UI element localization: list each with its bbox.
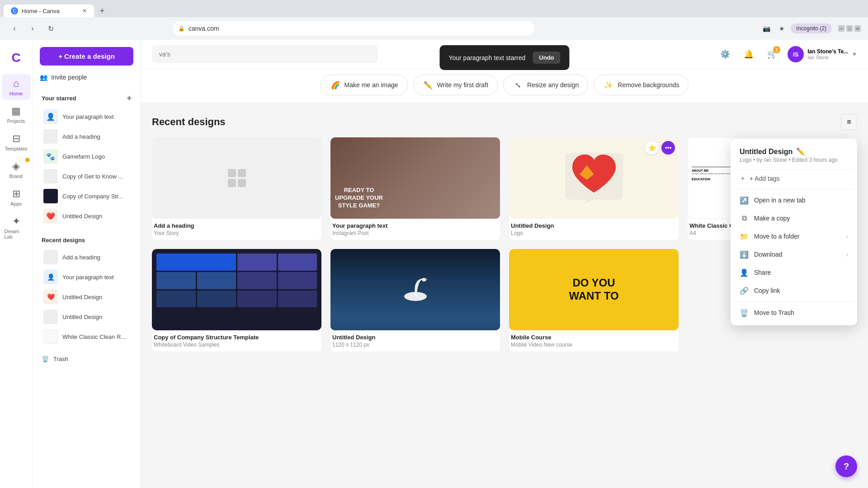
search-input[interactable] bbox=[152, 45, 378, 63]
paragraph-thumb: 👤 bbox=[43, 109, 58, 124]
context-menu-header: Untitled Design ✏️ Logo • by Ian Stone •… bbox=[734, 143, 854, 167]
context-title-text: Untitled Design bbox=[740, 148, 793, 156]
add-tags-label: + Add tags bbox=[750, 175, 780, 182]
starred-item-gamefarm[interactable]: 🐾 Gamefarm Logo bbox=[42, 146, 132, 166]
starred-add-button[interactable]: + bbox=[127, 94, 132, 103]
back-button[interactable]: ‹ bbox=[7, 21, 22, 36]
fashion-overlay-text: READY TOUPGRADE YOURSTYLE GAME? bbox=[335, 187, 383, 210]
starred-item-untitled[interactable]: ❤️ Untitled Design bbox=[42, 206, 132, 226]
sidebar-recent-untitled2[interactable]: Untitled Design bbox=[42, 307, 132, 327]
context-item-copy-link[interactable]: 🔗 Copy link bbox=[734, 282, 854, 300]
design-card-add-heading[interactable]: Add a heading Your Story bbox=[152, 137, 321, 240]
design-card-paragraph[interactable]: READY TOUPGRADE YOURSTYLE GAME? Your par… bbox=[330, 137, 500, 240]
folder-arrow-icon: › bbox=[846, 233, 848, 240]
context-item-open-tab[interactable]: ↗️ Open in a new tab bbox=[734, 191, 854, 209]
sidebar-recent-heading[interactable]: Add a heading bbox=[42, 247, 132, 267]
sidebar-item-projects[interactable]: ▦ Projects bbox=[2, 102, 31, 127]
user-name-block: Ian Stone's Te... Ian Stone bbox=[807, 48, 848, 60]
create-design-button[interactable]: + Create a design bbox=[40, 47, 133, 66]
toast-undo-button[interactable]: Undo bbox=[533, 52, 560, 64]
company-thumb bbox=[43, 189, 58, 203]
sidebar: C ⌂ Home ▦ Projects ⊟ Templates ◈ Bra bbox=[0, 40, 141, 488]
sidebar-item-apps-label: Apps bbox=[10, 201, 22, 206]
design-card-swan[interactable]: Untitled Design 1120 x 1120 px bbox=[330, 249, 500, 352]
settings-button[interactable]: ⚙️ bbox=[717, 46, 733, 62]
context-divider-1 bbox=[734, 189, 854, 189]
starred-item-heading[interactable]: Add a heading bbox=[42, 127, 132, 146]
sidebar-item-dreamlab-label: Dream Lab bbox=[5, 229, 28, 239]
context-item-share[interactable]: 👤 Share bbox=[734, 263, 854, 282]
design-card-company[interactable]: Copy of Company Structure Template White… bbox=[152, 249, 321, 352]
user-profile[interactable]: IS Ian Stone's Te... Ian Stone ▼ bbox=[788, 46, 857, 62]
help-button[interactable]: ? bbox=[835, 455, 857, 477]
link-icon: 🔗 bbox=[740, 286, 749, 295]
incognito-profile[interactable]: Incognito (2) bbox=[791, 23, 832, 33]
notifications-button[interactable]: 🔔 bbox=[741, 46, 757, 62]
make-image-button[interactable]: 🌈 Make me an image bbox=[321, 75, 408, 95]
star-button[interactable]: ⭐ bbox=[645, 141, 659, 155]
svg-point-8 bbox=[422, 278, 426, 282]
context-add-tags-button[interactable]: ＋ + Add tags bbox=[734, 169, 854, 187]
design-type-mobile-course: Mobile Video New course bbox=[511, 342, 677, 348]
more-options-button[interactable]: ••• bbox=[661, 141, 675, 155]
svg-rect-3 bbox=[238, 179, 246, 187]
recent-heading-thumb bbox=[43, 250, 58, 264]
context-item-move-folder[interactable]: 📁 Move to a folder › bbox=[734, 227, 854, 245]
sidebar-recent-resume[interactable]: White Classic Clean R... bbox=[42, 327, 132, 347]
sidebar-item-dreamlab[interactable]: ✦ Dream Lab bbox=[2, 212, 31, 243]
design-card-mobile-course[interactable]: DO YOUWANT TO Mobile Course Mobile Video… bbox=[509, 249, 679, 352]
cart-button[interactable]: 🛒 1 bbox=[764, 46, 780, 62]
context-item-download[interactable]: ⬇️ Download › bbox=[734, 245, 854, 263]
close-window-button[interactable]: ✕ bbox=[854, 25, 861, 32]
sidebar-recent-paragraph[interactable]: 👤 Your paragraph text bbox=[42, 267, 132, 287]
address-bar[interactable]: 🔒 canva.com bbox=[173, 21, 534, 36]
view-toggle-button[interactable]: ≡ bbox=[841, 114, 857, 130]
context-item-trash[interactable]: 🗑️ Move to Trash bbox=[734, 304, 854, 322]
sidebar-item-templates[interactable]: ⊟ Templates bbox=[2, 129, 31, 155]
design-card-untitled-heart[interactable]: ⭐ ••• Untitled Design Logo bbox=[509, 137, 679, 240]
sidebar-recent-untitled1[interactable]: ❤️ Untitled Design bbox=[42, 287, 132, 307]
active-tab[interactable]: C Home - Canva ✕ bbox=[4, 5, 94, 17]
maximize-button[interactable]: □ bbox=[846, 25, 853, 32]
starred-item-gamefarm-label: Gamefarm Logo bbox=[62, 153, 105, 160]
download-arrow-icon: › bbox=[846, 251, 848, 258]
trash-icon: 🗑️ bbox=[42, 356, 49, 362]
close-tab-button[interactable]: ✕ bbox=[82, 8, 87, 14]
edit-title-icon[interactable]: ✏️ bbox=[796, 147, 805, 156]
starred-item-company[interactable]: Copy of Company Str... bbox=[42, 186, 132, 206]
share-icon: 👤 bbox=[740, 268, 749, 277]
bookmark-icon[interactable]: ★ bbox=[775, 22, 788, 35]
sidebar-item-projects-label: Projects bbox=[7, 118, 25, 124]
resize-design-button[interactable]: ⤡ Resize any design bbox=[503, 75, 588, 95]
cart-badge: 1 bbox=[773, 46, 780, 53]
starred-section: Your starred + 👤 Your paragraph text Add… bbox=[33, 88, 141, 231]
swan-svg bbox=[397, 272, 434, 308]
sidebar-item-home-label: Home bbox=[9, 91, 23, 96]
new-tab-button[interactable]: + bbox=[96, 5, 108, 17]
design-thumb-swan bbox=[330, 249, 500, 330]
move-folder-label: Move to a folder bbox=[754, 233, 799, 240]
canva-logo: C bbox=[11, 51, 20, 65]
tab-favicon: C bbox=[11, 7, 18, 14]
starred-item-gettoknow[interactable]: Copy of Get to Know ... bbox=[42, 166, 132, 186]
folder-icon: 📁 bbox=[740, 232, 749, 241]
sidebar-item-home[interactable]: ⌂ Home bbox=[2, 74, 31, 100]
invite-people-button[interactable]: 👥 Invite people bbox=[40, 70, 133, 84]
context-item-copy[interactable]: ⧉ Make a copy bbox=[734, 209, 854, 227]
forward-button[interactable]: › bbox=[25, 21, 40, 36]
design-name-paragraph: Your paragraph text bbox=[332, 222, 498, 229]
starred-item-paragraph[interactable]: 👤 Your paragraph text bbox=[42, 107, 132, 127]
svg-rect-1 bbox=[238, 169, 246, 177]
recent-para-thumb: 👤 bbox=[43, 270, 58, 284]
design-type-swan: 1120 x 1120 px bbox=[332, 342, 498, 348]
untitled-thumb: ❤️ bbox=[43, 209, 58, 223]
reload-button[interactable]: ↻ bbox=[43, 21, 58, 36]
write-draft-button[interactable]: ✏️ Write my first draft bbox=[413, 75, 498, 95]
design-info-add-heading: Add a heading Your Story bbox=[152, 219, 321, 240]
main-content: Your paragraph text starred Undo ⚙️ 🔔 🛒 … bbox=[141, 40, 868, 488]
trash-item[interactable]: 🗑️ Trash bbox=[33, 352, 141, 366]
sidebar-item-apps[interactable]: ⊞ Apps bbox=[2, 184, 31, 210]
sidebar-item-brand[interactable]: ◈ Brand bbox=[2, 157, 31, 183]
remove-background-button[interactable]: ✨ Remove backgrounds bbox=[594, 75, 689, 95]
minimize-button[interactable]: ─ bbox=[838, 25, 844, 32]
